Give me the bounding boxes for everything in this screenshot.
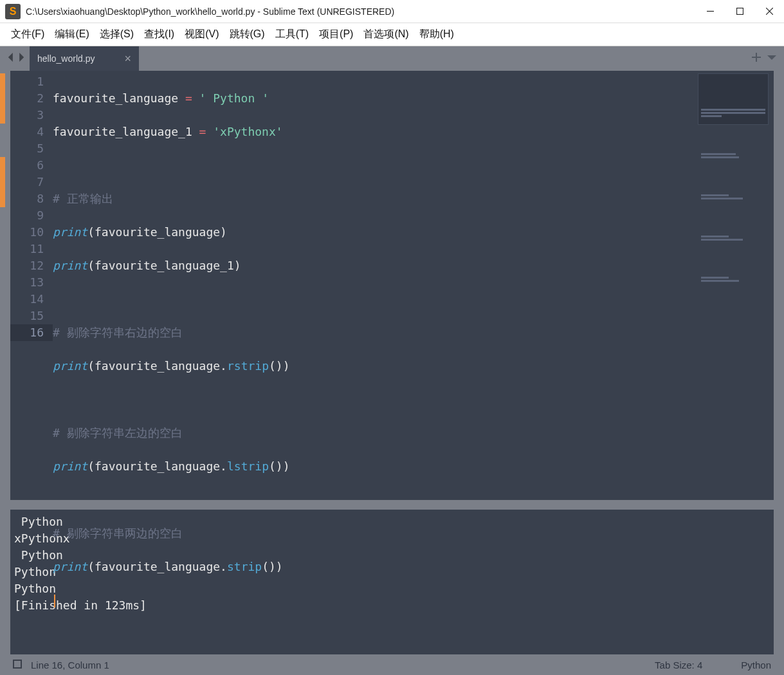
menu-file[interactable]: 文件(F) <box>8 26 47 42</box>
line-number: 3 <box>10 107 44 124</box>
menu-prefs[interactable]: 首选项(N) <box>361 26 411 42</box>
line-number: 13 <box>10 274 44 291</box>
token-method: lstrip <box>227 459 269 473</box>
tab-close-icon[interactable]: × <box>113 53 131 64</box>
line-number: 15 <box>10 308 44 324</box>
line-number: 7 <box>10 174 44 190</box>
token-str: 'xPythonx' <box>213 125 282 138</box>
token-punc: ( <box>87 459 95 473</box>
tab-right-controls <box>752 46 784 71</box>
token-var: favourite_language <box>53 91 178 105</box>
gutter-mark <box>0 190 5 207</box>
svg-rect-1 <box>736 8 743 15</box>
token-var: favourite_language_1 <box>53 125 192 138</box>
token-comment: # 正常输出 <box>53 192 113 205</box>
editor-main: 1 2 3 4 5 6 7 8 9 10 11 12 13 14 15 16 f… <box>0 71 784 500</box>
line-number: 5 <box>10 140 44 157</box>
svg-rect-5 <box>752 57 761 58</box>
token-var: favourite_language_1 <box>95 259 234 272</box>
line-number: 4 <box>10 124 44 140</box>
token-punc: . <box>220 359 227 373</box>
tab-prev-icon[interactable] <box>6 53 15 64</box>
cursor <box>54 595 55 607</box>
line-number: 9 <box>10 207 44 224</box>
token-punc: ) <box>234 259 241 272</box>
token-method: rstrip <box>227 359 269 373</box>
plus-icon[interactable] <box>752 53 761 64</box>
titlebar: S C:\Users\xiaohuang\Desktop\Python_work… <box>0 0 784 23</box>
status-position[interactable]: Line 16, Column 1 <box>31 660 109 670</box>
line-number: 2 <box>10 90 44 107</box>
menu-select[interactable]: 选择(S) <box>97 26 136 42</box>
output-line: Python <box>14 582 56 595</box>
line-number: 12 <box>10 257 44 274</box>
token-var: favourite_language <box>95 359 220 373</box>
menu-help[interactable]: 帮助(H) <box>417 26 457 42</box>
line-gutter: 1 2 3 4 5 6 7 8 9 10 11 12 13 14 15 16 <box>10 71 53 500</box>
token-str: ' Python ' <box>199 91 269 105</box>
window-controls <box>695 0 784 23</box>
tab-nav <box>0 46 30 71</box>
tab-next-icon[interactable] <box>17 53 26 64</box>
menu-edit[interactable]: 编辑(E) <box>52 26 91 42</box>
token-punc: ( <box>87 259 95 272</box>
line-number: 6 <box>10 157 44 174</box>
menu-view[interactable]: 视图(V) <box>182 26 221 42</box>
line-number: 10 <box>10 224 44 241</box>
menu-project[interactable]: 项目(P) <box>316 26 356 42</box>
token-fn: print <box>53 459 87 473</box>
tab-label: hello_world.py <box>37 53 95 64</box>
maximize-button[interactable] <box>725 0 754 23</box>
token-fn: print <box>53 225 87 239</box>
line-number: 16 <box>10 324 53 341</box>
minimap[interactable] <box>698 73 769 125</box>
line-number: 11 <box>10 241 44 257</box>
window-title: C:\Users\xiaohuang\Desktop\Python_work\h… <box>26 6 695 17</box>
token-fn: print <box>53 259 87 272</box>
token-var: favourite_language <box>95 459 220 473</box>
panel-switcher-icon[interactable] <box>13 660 22 670</box>
menu-goto[interactable]: 跳转(G) <box>227 26 268 42</box>
tab-hello-world[interactable]: hello_world.py × <box>30 46 139 71</box>
chevron-down-icon[interactable] <box>767 53 776 64</box>
token-op: = <box>178 91 199 105</box>
svg-rect-6 <box>14 660 21 668</box>
tabbar: hello_world.py × <box>0 46 784 71</box>
token-op: = <box>192 125 214 138</box>
token-var: favourite_language <box>95 560 220 573</box>
status-left: Line 16, Column 1 <box>13 660 109 670</box>
app-icon: S <box>5 4 21 19</box>
gutter-mark <box>0 157 5 190</box>
token-punc: ()) <box>269 359 290 373</box>
line-number: 14 <box>10 291 44 308</box>
line-number: 1 <box>10 73 44 90</box>
gutter-mark <box>0 73 5 124</box>
token-punc: . <box>220 459 227 473</box>
status-language[interactable]: Python <box>741 660 771 670</box>
token-var: favourite_language <box>95 225 220 239</box>
code-area[interactable]: favourite_language = ' Python ' favourit… <box>53 71 784 500</box>
token-punc: ) <box>220 225 227 239</box>
menu-find[interactable]: 查找(I) <box>141 26 177 42</box>
token-comment: # 剔除字符串右边的空白 <box>53 326 183 339</box>
editor-scrollbar[interactable] <box>774 71 784 500</box>
token-punc: ()) <box>269 459 290 473</box>
token-fn: print <box>53 359 87 373</box>
token-punc: . <box>220 560 227 573</box>
menubar: 文件(F) 编辑(E) 选择(S) 查找(I) 视图(V) 跳转(G) 工具(T… <box>0 23 784 46</box>
token-fn: print <box>53 560 87 573</box>
token-punc: ( <box>87 359 95 373</box>
token-comment: # 剔除字符串左边的空白 <box>53 426 183 439</box>
token-method: strip <box>227 560 262 573</box>
editor-left-bar <box>0 71 10 500</box>
status-tabsize[interactable]: Tab Size: 4 <box>655 660 702 670</box>
close-button[interactable] <box>754 0 784 23</box>
token-comment: # 剔除字符串两边的空白 <box>53 526 183 540</box>
status-right: Tab Size: 4 Python <box>655 660 771 670</box>
editor: 1 2 3 4 5 6 7 8 9 10 11 12 13 14 15 16 f… <box>0 71 784 654</box>
token-punc: ()) <box>262 560 283 573</box>
token-punc: ( <box>87 225 95 239</box>
minimize-button[interactable] <box>695 0 725 23</box>
menu-tools[interactable]: 工具(T) <box>273 26 311 42</box>
output-left-bar <box>0 510 10 654</box>
